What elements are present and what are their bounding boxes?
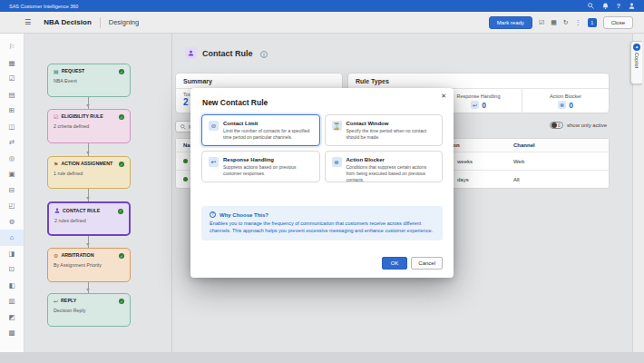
copilot-tab[interactable]: ✦ Copilot xyxy=(630,41,642,84)
node-sublabel: 1 rule defined xyxy=(54,171,124,176)
contact-limit-icon: ⊘ xyxy=(209,121,219,131)
rail-icon-16[interactable]: ◧ xyxy=(0,278,24,294)
decision-title: NBA Decision xyxy=(44,18,92,26)
why-body: Enables you to manage the frequency of c… xyxy=(210,221,438,235)
rule-channel: Web xyxy=(513,159,524,164)
rail-icon-6[interactable]: ◫ xyxy=(0,119,24,135)
summary-card-title: Summary xyxy=(176,74,342,89)
close-icon[interactable]: ✕ xyxy=(441,93,446,100)
decision-flow-panel: ▤ REQUEST NBA Event ☑ ELIGIBILITY RULE 2… xyxy=(24,34,172,352)
rail-icon-14[interactable]: ◨ xyxy=(0,246,24,262)
rail-icon-10[interactable]: ⊟ xyxy=(0,182,24,199)
mark-ready-button[interactable]: Mark ready xyxy=(489,16,532,29)
user-icon[interactable] xyxy=(629,3,635,9)
notification-count-badge[interactable]: 1 xyxy=(588,18,597,27)
node-sublabel: By Assignment Priority xyxy=(54,262,124,268)
flow-connector xyxy=(88,143,89,156)
more-icon[interactable]: ⋮ xyxy=(575,19,581,26)
help-icon[interactable]: ? xyxy=(617,3,620,9)
rail-icon-11[interactable]: ◰ xyxy=(0,198,24,214)
flow-node-contact-rule[interactable]: CONTACT RULE 2 rules defined xyxy=(47,201,131,236)
save-icon[interactable]: ▦ xyxy=(551,19,557,26)
rule-type-cards: ⊘ Contact Limit Limit the number of cont… xyxy=(201,114,443,182)
node-label: CONTACT RULE xyxy=(63,209,115,214)
rule-channel: All xyxy=(513,177,520,182)
flow-connector xyxy=(88,97,89,109)
card-description: Specify the time period when no contact … xyxy=(346,128,436,141)
rule-type-action-blocker: Action Blocker ⊗ 0 xyxy=(522,89,609,113)
close-button[interactable]: Close xyxy=(603,16,633,29)
rail-icon-1[interactable]: ⚐ xyxy=(0,39,24,55)
rail-icon-13[interactable]: ⌂ xyxy=(0,230,24,246)
request-icon: ▤ xyxy=(54,69,59,74)
flow-node-arbitration[interactable]: ⚙ ARBITRATION By Assignment Priority xyxy=(47,248,131,282)
rail-icon-3[interactable]: ☑ xyxy=(0,71,24,87)
action-blocker-icon: ⊗ xyxy=(332,157,342,167)
why-choose-this-box: ? Why Choose This? Enables you to manage… xyxy=(201,206,443,240)
flow-connector xyxy=(88,282,89,293)
why-title: Why Choose This? xyxy=(220,212,268,218)
cancel-button[interactable]: Cancel xyxy=(411,257,443,270)
rail-icon-2[interactable]: ▦ xyxy=(0,55,24,72)
toggle-label: show only active xyxy=(567,123,607,128)
flow-node-reply[interactable]: ↩ REPLY Decision Reply xyxy=(47,293,131,327)
refresh-icon[interactable]: ↻ xyxy=(563,19,569,26)
flow-node-eligibility-rule[interactable]: ☑ ELIGIBILITY RULE 2 criteria defined xyxy=(47,109,131,143)
rail-icon-15[interactable]: ⊡ xyxy=(0,261,24,278)
rule-duration: days xyxy=(457,177,469,182)
response-handling-icon: ↩ xyxy=(471,101,479,109)
copilot-icon: ✦ xyxy=(633,44,640,51)
check-icon xyxy=(119,114,124,120)
node-sublabel: NBA Event xyxy=(54,78,124,83)
column-channel: Channel xyxy=(513,142,535,148)
card-description: Limit the number of contacts for a speci… xyxy=(223,128,313,141)
contact-window-icon: ⌛ xyxy=(332,121,342,131)
validate-icon[interactable]: ☑ xyxy=(539,19,544,26)
show-only-active-toggle[interactable]: 0 show only active xyxy=(550,122,607,129)
flow-node-request[interactable]: ▤ REQUEST NBA Event xyxy=(47,64,131,97)
decision-header-bar: ☰ NBA Decision Designing Mark ready ☑ ▦ … xyxy=(0,12,644,34)
check-icon xyxy=(119,69,124,74)
contact-limit-card[interactable]: ⊘ Contact Limit Limit the number of cont… xyxy=(201,114,320,146)
rail-icon-5[interactable]: ⊞ xyxy=(0,103,24,119)
search-icon[interactable] xyxy=(588,3,594,9)
top-application-bar: SAS Customer Intelligence 360 ? xyxy=(0,0,644,12)
node-label: REPLY xyxy=(61,299,116,304)
flow-connector xyxy=(88,236,89,248)
rule-type-label: Response Handling xyxy=(456,93,500,99)
rail-icon-19[interactable]: ▩ xyxy=(0,325,24,341)
node-sublabel: Decision Reply xyxy=(54,308,124,313)
active-status-dot xyxy=(183,177,188,182)
node-label: ACTION ASSIGNMENT xyxy=(61,162,116,167)
rule-duration: weeks xyxy=(457,159,473,164)
person-icon xyxy=(54,208,60,214)
rail-icon-4[interactable]: ▤ xyxy=(0,87,24,103)
menu-icon[interactable]: ☰ xyxy=(24,18,31,26)
ok-button[interactable]: OK xyxy=(382,257,408,270)
check-icon xyxy=(119,299,124,304)
flow-connector xyxy=(88,189,89,201)
check-icon xyxy=(118,209,123,214)
new-contact-rule-modal: New Contact Rule ✕ ⊘ Contact Limit Limit… xyxy=(190,88,454,278)
contact-rule-icon xyxy=(185,47,197,59)
notifications-icon[interactable] xyxy=(602,3,609,9)
info-icon[interactable]: i xyxy=(260,51,268,58)
card-description: Conditions that suppress certain actions… xyxy=(346,164,436,182)
action-blocker-card[interactable]: ⊗ Action Blocker Conditions that suppres… xyxy=(325,151,444,182)
response-handling-card[interactable]: ↩ Response Handling Suppress actions bas… xyxy=(201,151,320,182)
decision-status: Designing xyxy=(109,18,139,26)
rail-icon-7[interactable]: ⇄ xyxy=(0,134,24,151)
rail-icon-17[interactable]: ▥ xyxy=(0,293,24,309)
rail-icon-9[interactable]: ▣ xyxy=(0,166,24,182)
left-rail: ⚐▦☑▤⊞◫⇄◎▣⊟◰⚙⌂◨⊡◧▥◩▩ xyxy=(0,34,24,363)
header-divider xyxy=(100,17,101,28)
rail-icon-12[interactable]: ⚙ xyxy=(0,214,24,231)
flow-node-action-assignment[interactable]: ⚑ ACTION ASSIGNMENT 1 rule defined xyxy=(47,156,131,189)
modal-title: New Contact Rule xyxy=(202,98,268,107)
contact-window-card[interactable]: ⌛ Contact Window Specify the time period… xyxy=(325,114,444,146)
arbitration-icon: ⚙ xyxy=(54,253,58,259)
reply-icon: ↩ xyxy=(54,299,58,304)
rail-icon-18[interactable]: ◩ xyxy=(0,309,24,326)
check-icon xyxy=(119,253,124,259)
rail-icon-8[interactable]: ◎ xyxy=(0,151,24,167)
